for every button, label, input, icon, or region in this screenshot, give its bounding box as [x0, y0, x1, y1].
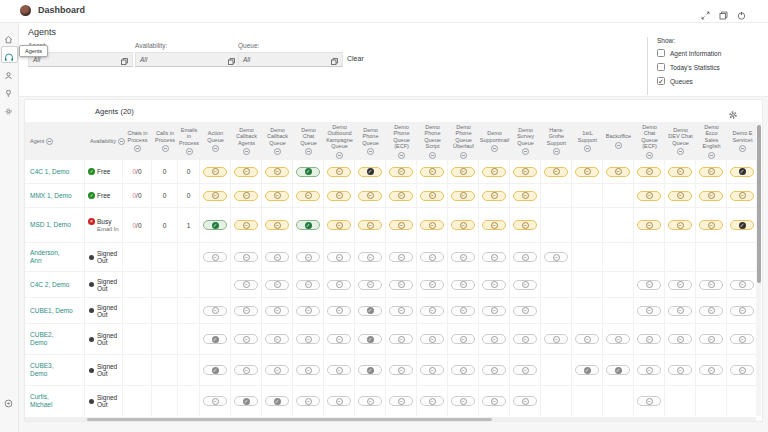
queue-toggle-pill[interactable]: – — [637, 220, 661, 230]
queue-toggle-pill[interactable]: – — [544, 334, 568, 344]
queue-toggle-pill[interactable]: – — [637, 334, 661, 344]
queue-toggle-pill[interactable]: – — [327, 334, 351, 344]
queue-toggle-pill[interactable]: – — [730, 306, 754, 316]
agent-name-link[interactable]: CUBE1, Demo — [30, 307, 73, 315]
queue-toggle-pill[interactable]: – — [668, 280, 692, 290]
queue-toggle-pill[interactable]: – — [730, 191, 754, 201]
horizontal-scrollbar-thumb[interactable] — [87, 418, 492, 421]
show-checkbox-today-s-statistics[interactable] — [657, 63, 665, 71]
queue-toggle-pill[interactable]: – — [234, 280, 258, 290]
column-header-1stl-support[interactable]: 1stL Support — [572, 122, 603, 160]
queue-toggle-pill[interactable]: – — [606, 334, 630, 344]
queue-toggle-pill[interactable]: – — [420, 365, 444, 375]
queue-toggle-pill[interactable]: – — [265, 365, 289, 375]
column-header-demo-phone-queue[interactable]: Demo Phone Queue — [355, 122, 386, 160]
queue-toggle-pill[interactable]: – — [327, 306, 351, 316]
queue-toggle-pill[interactable]: – — [389, 306, 413, 316]
queue-toggle-pill[interactable]: – — [327, 396, 351, 406]
queue-toggle-pill[interactable]: – — [234, 252, 258, 262]
queue-toggle-pill[interactable]: – — [513, 396, 537, 406]
agent-name-link[interactable]: MSD 1, Demo — [30, 221, 71, 229]
queue-toggle-pill[interactable]: – — [699, 306, 723, 316]
value-help-icon[interactable] — [228, 51, 235, 69]
queue-toggle-pill[interactable]: – — [265, 306, 289, 316]
queue-toggle-pill[interactable]: – — [637, 306, 661, 316]
queue-toggle-pill[interactable]: – — [513, 365, 537, 375]
queue-toggle-pill[interactable]: – — [265, 220, 289, 230]
queue-toggle-pill[interactable]: – — [513, 220, 537, 230]
queue-toggle-pill[interactable]: ✓ — [234, 396, 258, 406]
queue-toggle-pill[interactable]: – — [265, 280, 289, 290]
queue-toggle-pill[interactable]: ✓ — [296, 220, 320, 230]
queue-toggle-pill[interactable]: – — [699, 220, 723, 230]
queue-toggle-pill[interactable]: – — [451, 396, 475, 406]
queue-toggle-pill[interactable]: – — [513, 191, 537, 201]
vertical-scrollbar-thumb[interactable] — [757, 125, 761, 283]
column-header-demo-phone-queue-script[interactable]: Demo Phone Queue Script — [417, 122, 448, 160]
queue-toggle-pill[interactable]: – — [699, 167, 723, 177]
column-header-availability[interactable]: Availability — [85, 122, 123, 160]
queue-toggle-pill[interactable]: – — [482, 396, 506, 406]
queue-toggle-pill[interactable]: – — [513, 334, 537, 344]
agent-name-link[interactable]: Curtis, Michael — [30, 393, 52, 409]
agent-name-link[interactable]: CUBE3, Demo — [30, 362, 53, 378]
queue-toggle-pill[interactable]: ✓ — [730, 220, 754, 230]
queue-toggle-pill[interactable]: – — [699, 365, 723, 375]
queue-toggle-pill[interactable]: – — [637, 365, 661, 375]
queue-toggle-pill[interactable]: – — [668, 191, 692, 201]
agent-name-link[interactable]: C4C 2, Demo — [30, 281, 69, 289]
queue-toggle-pill[interactable]: – — [265, 191, 289, 201]
column-header-calls-in-process[interactable]: Calls in Process — [152, 122, 178, 160]
queue-toggle-pill[interactable]: ✓ — [606, 365, 630, 375]
agent-name-link[interactable]: C4C 1, Demo — [30, 168, 69, 176]
queue-toggle-pill[interactable]: – — [699, 191, 723, 201]
queue-toggle-pill[interactable]: ✓ — [203, 365, 227, 375]
queue-toggle-pill[interactable]: – — [265, 167, 289, 177]
column-header-demo-survey-queue[interactable]: Demo Survey Queue — [510, 122, 541, 160]
availability-filter-input[interactable]: All — [135, 52, 240, 67]
queue-toggle-pill[interactable]: – — [327, 280, 351, 290]
queue-toggle-pill[interactable]: – — [637, 167, 661, 177]
queue-toggle-pill[interactable]: – — [451, 191, 475, 201]
agent-name-link[interactable]: MMX 1, Demo — [30, 192, 72, 200]
queue-toggle-pill[interactable]: ✓ — [358, 167, 382, 177]
queue-toggle-pill[interactable]: – — [296, 252, 320, 262]
duplicate-window-icon[interactable] — [719, 6, 728, 15]
show-checkbox-agent-information[interactable] — [657, 49, 665, 57]
queue-toggle-pill[interactable]: – — [482, 334, 506, 344]
queue-toggle-pill[interactable]: – — [420, 252, 444, 262]
queue-toggle-pill[interactable]: ✓ — [265, 396, 289, 406]
queue-toggle-pill[interactable]: – — [451, 220, 475, 230]
queue-toggle-pill[interactable]: – — [296, 280, 320, 290]
queue-toggle-pill[interactable]: – — [513, 280, 537, 290]
queue-toggle-pill[interactable]: – — [203, 191, 227, 201]
queue-toggle-pill[interactable]: – — [203, 167, 227, 177]
queue-toggle-pill[interactable]: – — [513, 306, 537, 316]
column-header-demo-phone-queue-ecf[interactable]: Demo Phone Queue (ECF) — [386, 122, 417, 160]
queue-toggle-pill[interactable]: – — [296, 396, 320, 406]
queue-toggle-pill[interactable]: – — [699, 280, 723, 290]
queue-toggle-pill[interactable]: – — [730, 365, 754, 375]
column-header-agent[interactable]: Agent — [25, 122, 85, 160]
queue-toggle-pill[interactable]: – — [575, 334, 599, 344]
sidebar-item-help[interactable] — [4, 394, 14, 404]
queue-toggle-pill[interactable]: – — [482, 191, 506, 201]
queue-toggle-pill[interactable]: – — [327, 191, 351, 201]
queue-toggle-pill[interactable]: – — [203, 306, 227, 316]
sidebar-item-monitoring[interactable] — [4, 84, 14, 94]
queue-toggle-pill[interactable]: ✓ — [358, 306, 382, 316]
queue-toggle-pill[interactable]: ✓ — [296, 167, 320, 177]
queue-toggle-pill[interactable]: – — [668, 167, 692, 177]
queue-toggle-pill[interactable]: – — [575, 167, 599, 177]
queue-toggle-pill[interactable]: – — [420, 191, 444, 201]
column-header-backoffice[interactable]: Backoffice — [603, 122, 634, 160]
queue-toggle-pill[interactable]: – — [358, 280, 382, 290]
queue-toggle-pill[interactable]: – — [296, 365, 320, 375]
clear-filters-button[interactable]: Clear — [347, 55, 364, 62]
show-checkbox-queues[interactable]: ✓ — [657, 77, 665, 85]
expand-icon[interactable] — [701, 6, 710, 15]
queue-toggle-pill[interactable]: – — [234, 306, 258, 316]
queue-toggle-pill[interactable]: – — [234, 334, 258, 344]
queue-toggle-pill[interactable]: – — [451, 252, 475, 262]
queue-toggle-pill[interactable]: – — [730, 334, 754, 344]
